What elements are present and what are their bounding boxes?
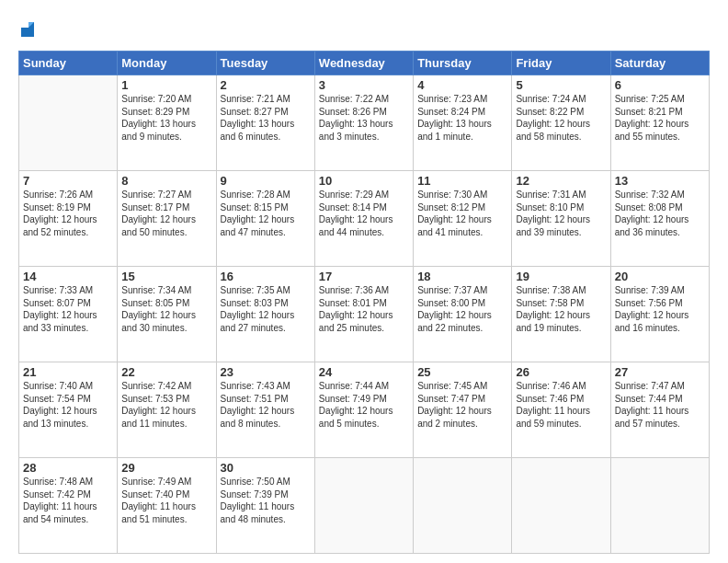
calendar-cell (414, 458, 512, 554)
weekday-header-thursday: Thursday (414, 52, 512, 75)
calendar-cell: 16Sunrise: 7:35 AMSunset: 8:03 PMDayligh… (216, 267, 314, 362)
day-number: 2 (221, 78, 311, 92)
calendar-cell: 8Sunrise: 7:27 AMSunset: 8:17 PMDaylight… (118, 171, 216, 267)
calendar-cell: 11Sunrise: 7:30 AMSunset: 8:12 PMDayligh… (414, 171, 512, 267)
day-number: 28 (23, 461, 113, 475)
calendar-cell (314, 458, 413, 554)
calendar-cell: 13Sunrise: 7:32 AMSunset: 8:08 PMDayligh… (610, 171, 709, 267)
calendar-table: SundayMondayTuesdayWednesdayThursdayFrid… (18, 51, 710, 554)
calendar-cell: 17Sunrise: 7:36 AMSunset: 8:01 PMDayligh… (314, 267, 413, 362)
day-number: 25 (417, 365, 507, 379)
day-info: Sunrise: 7:49 AMSunset: 7:40 PMDaylight:… (121, 476, 211, 525)
logo (18, 17, 36, 41)
day-info: Sunrise: 7:20 AMSunset: 8:29 PMDaylight:… (121, 93, 211, 143)
day-number: 29 (121, 461, 211, 475)
calendar-cell: 29Sunrise: 7:49 AMSunset: 7:40 PMDayligh… (118, 458, 216, 554)
day-info: Sunrise: 7:26 AMSunset: 8:19 PMDaylight:… (23, 189, 113, 238)
calendar-cell: 26Sunrise: 7:46 AMSunset: 7:46 PMDayligh… (512, 362, 610, 458)
day-info: Sunrise: 7:27 AMSunset: 8:17 PMDaylight:… (121, 189, 211, 238)
day-number: 15 (121, 270, 211, 283)
calendar-cell: 4Sunrise: 7:23 AMSunset: 8:24 PMDaylight… (414, 75, 512, 171)
day-number: 21 (23, 365, 113, 379)
weekday-header-monday: Monday (118, 52, 216, 75)
day-info: Sunrise: 7:21 AMSunset: 8:27 PMDaylight:… (221, 93, 311, 143)
day-info: Sunrise: 7:37 AMSunset: 8:00 PMDaylight:… (417, 284, 507, 334)
week-row-4: 21Sunrise: 7:40 AMSunset: 7:54 PMDayligh… (19, 362, 710, 458)
day-info: Sunrise: 7:33 AMSunset: 8:07 PMDaylight:… (23, 284, 113, 334)
calendar-cell: 14Sunrise: 7:33 AMSunset: 8:07 PMDayligh… (19, 267, 118, 362)
day-info: Sunrise: 7:31 AMSunset: 8:10 PMDaylight:… (516, 189, 606, 238)
day-info: Sunrise: 7:23 AMSunset: 8:24 PMDaylight:… (417, 93, 507, 143)
calendar-cell: 20Sunrise: 7:39 AMSunset: 7:56 PMDayligh… (610, 267, 709, 362)
day-info: Sunrise: 7:29 AMSunset: 8:14 PMDaylight:… (319, 189, 409, 238)
calendar-cell (610, 458, 709, 554)
calendar-cell: 1Sunrise: 7:20 AMSunset: 8:29 PMDaylight… (118, 75, 216, 171)
day-info: Sunrise: 7:22 AMSunset: 8:26 PMDaylight:… (319, 93, 409, 143)
calendar-cell: 5Sunrise: 7:24 AMSunset: 8:22 PMDaylight… (512, 75, 610, 171)
day-info: Sunrise: 7:30 AMSunset: 8:12 PMDaylight:… (417, 189, 507, 238)
week-row-1: 1Sunrise: 7:20 AMSunset: 8:29 PMDaylight… (19, 75, 710, 171)
day-number: 14 (23, 270, 113, 283)
day-number: 30 (221, 461, 311, 475)
calendar-cell: 28Sunrise: 7:48 AMSunset: 7:42 PMDayligh… (19, 458, 118, 554)
day-info: Sunrise: 7:46 AMSunset: 7:46 PMDaylight:… (516, 380, 606, 430)
calendar-cell (512, 458, 610, 554)
calendar-cell: 25Sunrise: 7:45 AMSunset: 7:47 PMDayligh… (414, 362, 512, 458)
day-info: Sunrise: 7:38 AMSunset: 7:58 PMDaylight:… (516, 284, 606, 334)
day-number: 20 (615, 270, 705, 283)
calendar-cell (19, 75, 118, 171)
day-info: Sunrise: 7:44 AMSunset: 7:49 PMDaylight:… (319, 380, 409, 430)
day-info: Sunrise: 7:39 AMSunset: 7:56 PMDaylight:… (615, 284, 705, 334)
day-number: 6 (615, 78, 705, 92)
calendar-cell: 15Sunrise: 7:34 AMSunset: 8:05 PMDayligh… (118, 267, 216, 362)
day-number: 11 (417, 174, 507, 188)
calendar-cell: 12Sunrise: 7:31 AMSunset: 8:10 PMDayligh… (512, 171, 610, 267)
page: SundayMondayTuesdayWednesdayThursdayFrid… (0, 0, 728, 563)
weekday-header-sunday: Sunday (19, 52, 118, 75)
day-info: Sunrise: 7:43 AMSunset: 7:51 PMDaylight:… (221, 380, 311, 430)
day-number: 1 (121, 78, 211, 92)
day-info: Sunrise: 7:34 AMSunset: 8:05 PMDaylight:… (121, 284, 211, 334)
calendar-cell: 10Sunrise: 7:29 AMSunset: 8:14 PMDayligh… (314, 171, 413, 267)
day-info: Sunrise: 7:35 AMSunset: 8:03 PMDaylight:… (221, 284, 311, 334)
week-row-5: 28Sunrise: 7:48 AMSunset: 7:42 PMDayligh… (19, 458, 710, 554)
day-info: Sunrise: 7:32 AMSunset: 8:08 PMDaylight:… (615, 189, 705, 238)
logo-icon (19, 18, 36, 39)
calendar-cell: 21Sunrise: 7:40 AMSunset: 7:54 PMDayligh… (19, 362, 118, 458)
day-number: 4 (417, 78, 507, 92)
day-info: Sunrise: 7:40 AMSunset: 7:54 PMDaylight:… (23, 380, 113, 430)
calendar-cell: 6Sunrise: 7:25 AMSunset: 8:21 PMDaylight… (610, 75, 709, 171)
weekday-header-row: SundayMondayTuesdayWednesdayThursdayFrid… (19, 52, 710, 75)
calendar-cell: 7Sunrise: 7:26 AMSunset: 8:19 PMDaylight… (19, 171, 118, 267)
svg-marker-0 (21, 22, 34, 37)
day-info: Sunrise: 7:28 AMSunset: 8:15 PMDaylight:… (221, 189, 311, 238)
day-number: 18 (417, 270, 507, 283)
day-number: 9 (221, 174, 311, 188)
calendar-cell: 24Sunrise: 7:44 AMSunset: 7:49 PMDayligh… (314, 362, 413, 458)
weekday-header-tuesday: Tuesday (216, 52, 314, 75)
calendar-cell: 9Sunrise: 7:28 AMSunset: 8:15 PMDaylight… (216, 171, 314, 267)
calendar-cell: 2Sunrise: 7:21 AMSunset: 8:27 PMDaylight… (216, 75, 314, 171)
day-number: 27 (615, 365, 705, 379)
day-number: 23 (221, 365, 311, 379)
day-number: 17 (319, 270, 409, 283)
weekday-header-wednesday: Wednesday (314, 52, 413, 75)
calendar-cell: 22Sunrise: 7:42 AMSunset: 7:53 PMDayligh… (118, 362, 216, 458)
day-number: 24 (319, 365, 409, 379)
calendar-cell: 23Sunrise: 7:43 AMSunset: 7:51 PMDayligh… (216, 362, 314, 458)
calendar-cell: 18Sunrise: 7:37 AMSunset: 8:00 PMDayligh… (414, 267, 512, 362)
day-number: 10 (319, 174, 409, 188)
calendar-cell: 3Sunrise: 7:22 AMSunset: 8:26 PMDaylight… (314, 75, 413, 171)
day-info: Sunrise: 7:42 AMSunset: 7:53 PMDaylight:… (121, 380, 211, 430)
day-info: Sunrise: 7:25 AMSunset: 8:21 PMDaylight:… (615, 93, 705, 143)
weekday-header-friday: Friday (512, 52, 610, 75)
day-number: 19 (516, 270, 606, 283)
day-number: 13 (615, 174, 705, 188)
week-row-2: 7Sunrise: 7:26 AMSunset: 8:19 PMDaylight… (19, 171, 710, 267)
day-number: 3 (319, 78, 409, 92)
day-number: 12 (516, 174, 606, 188)
weekday-header-saturday: Saturday (610, 52, 709, 75)
calendar-cell: 27Sunrise: 7:47 AMSunset: 7:44 PMDayligh… (610, 362, 709, 458)
calendar-cell: 30Sunrise: 7:50 AMSunset: 7:39 PMDayligh… (216, 458, 314, 554)
calendar-cell: 19Sunrise: 7:38 AMSunset: 7:58 PMDayligh… (512, 267, 610, 362)
